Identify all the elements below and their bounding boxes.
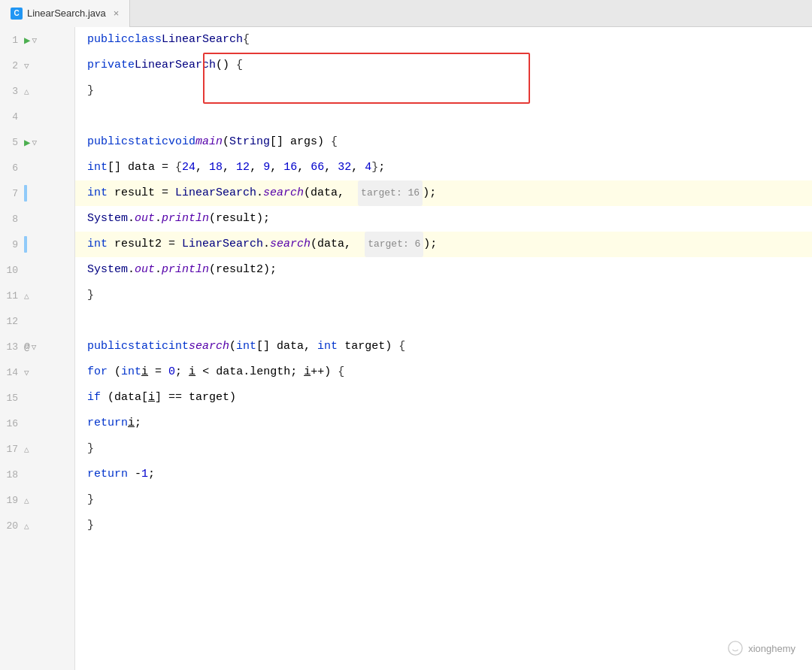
code-line-12: [75, 308, 812, 334]
fold-icon[interactable]: ▽: [32, 138, 37, 147]
gutter-icons-11: △: [24, 291, 66, 301]
line-number-10: 10: [0, 265, 24, 276]
gutter-icons-2: ▽: [24, 61, 66, 71]
gutter-icons-3: △: [24, 86, 66, 96]
line-number-12: 12: [0, 316, 24, 327]
tab-close-button[interactable]: ×: [114, 8, 120, 19]
gutter-icons-1: ▶▽: [24, 34, 66, 47]
code-line-7: int result = LinearSearch.search(data, t…: [75, 180, 812, 206]
fold-icon[interactable]: ▽: [24, 61, 29, 71]
gutter-icons-17: △: [24, 444, 66, 454]
gutter-row-4: 4: [0, 104, 74, 129]
code-line-5: public static void main(String[] args) {: [75, 129, 812, 155]
line-number-9: 9: [0, 239, 24, 250]
debug-bar: [24, 236, 27, 253]
code-line-20: }: [75, 513, 812, 538]
editor: 1▶▽2▽3△45▶▽67891011△1213@▽14▽151617△1819…: [0, 27, 812, 670]
fold-end-icon[interactable]: △: [24, 496, 29, 505]
gutter-icons-19: △: [24, 496, 66, 505]
code-line-18: return -1;: [75, 462, 812, 487]
watermark-text: xionghemy: [748, 643, 795, 654]
code-line-16: return i;: [75, 411, 812, 436]
line-number-4: 4: [0, 111, 24, 123]
code-line-11: }: [75, 283, 812, 308]
fold-icon[interactable]: ▽: [32, 35, 37, 45]
gutter-icons-20: △: [24, 521, 66, 531]
gutter-row-9: 9: [0, 232, 74, 257]
line-number-13: 13: [0, 341, 24, 353]
gutter-row-8: 8: [0, 206, 74, 232]
gutter-row-10: 10: [0, 257, 74, 283]
gutter-row-6: 6: [0, 155, 74, 180]
code-line-13: public static int search(int[] data, int…: [75, 334, 812, 359]
line-number-15: 15: [0, 393, 24, 404]
gutter: 1▶▽2▽3△45▶▽67891011△1213@▽14▽151617△1819…: [0, 27, 75, 670]
gutter-row-14: 14▽: [0, 359, 74, 385]
gutter-row-1: 1▶▽: [0, 27, 74, 53]
code-area[interactable]: public class LinearSearch { private Line…: [75, 27, 812, 670]
line-number-2: 2: [0, 60, 24, 71]
code-line-1: public class LinearSearch {: [75, 27, 812, 53]
line-number-16: 16: [0, 418, 24, 429]
gutter-row-20: 20△: [0, 513, 74, 538]
line-number-19: 19: [0, 495, 24, 506]
annotation-icon: @: [24, 341, 30, 353]
line-number-1: 1: [0, 35, 24, 46]
line-number-8: 8: [0, 214, 24, 225]
code-line-10: System.out.println(result2);: [75, 257, 812, 283]
fold-end-icon[interactable]: △: [24, 521, 29, 531]
line-number-18: 18: [0, 469, 24, 481]
gutter-row-19: 19△: [0, 487, 74, 513]
gutter-row-18: 18: [0, 462, 74, 487]
gutter-row-15: 15: [0, 385, 74, 411]
watermark: xionghemy: [727, 640, 795, 656]
line-number-6: 6: [0, 162, 24, 174]
tab-bar: C LinearSearch.java ×: [0, 0, 812, 27]
code-line-15: if (data[i] == target): [75, 385, 812, 411]
code-line-4: [75, 104, 812, 129]
run-icon[interactable]: ▶: [24, 136, 30, 149]
java-file-icon: C: [11, 8, 23, 20]
debug-bar: [24, 185, 27, 202]
gutter-icons-7: [24, 185, 66, 202]
code-line-9: int result2 = LinearSearch.search(data, …: [75, 232, 812, 257]
watermark-icon: [727, 640, 744, 656]
fold-end-icon[interactable]: △: [24, 291, 29, 301]
gutter-icons-9: [24, 236, 66, 253]
gutter-icons-14: ▽: [24, 368, 66, 377]
code-line-3: }: [75, 78, 812, 104]
fold-icon[interactable]: ▽: [32, 342, 37, 352]
line-number-17: 17: [0, 444, 24, 455]
gutter-row-5: 5▶▽: [0, 129, 74, 155]
code-line-6: int[] data = {24, 18, 12, 9, 16, 66, 32,…: [75, 155, 812, 180]
gutter-icons-13: @▽: [24, 341, 66, 353]
line-number-14: 14: [0, 367, 24, 378]
line-number-3: 3: [0, 86, 24, 97]
code-line-14: for (int i = 0; i < data.length; i++) {: [75, 359, 812, 385]
gutter-row-16: 16: [0, 411, 74, 436]
line-number-20: 20: [0, 520, 24, 532]
gutter-row-11: 11△: [0, 283, 74, 308]
gutter-row-17: 17△: [0, 436, 74, 462]
line-number-7: 7: [0, 188, 24, 199]
gutter-row-7: 7: [0, 180, 74, 206]
gutter-row-2: 2▽: [0, 53, 74, 78]
code-line-2: private LinearSearch() {: [75, 53, 812, 78]
fold-end-icon[interactable]: △: [24, 86, 29, 96]
tab-filename: LinearSearch.java: [27, 8, 106, 19]
code-line-19: }: [75, 487, 812, 513]
run-icon[interactable]: ▶: [24, 34, 30, 47]
gutter-row-13: 13@▽: [0, 334, 74, 359]
fold-end-icon[interactable]: △: [24, 444, 29, 454]
code-line-17: }: [75, 436, 812, 462]
line-number-11: 11: [0, 290, 24, 302]
gutter-row-3: 3△: [0, 78, 74, 104]
svg-point-0: [729, 641, 742, 655]
code-line-8: System.out.println(result);: [75, 206, 812, 232]
line-number-5: 5: [0, 137, 24, 148]
tab-linearsearch[interactable]: C LinearSearch.java ×: [0, 0, 130, 27]
gutter-row-12: 12: [0, 308, 74, 334]
gutter-icons-5: ▶▽: [24, 136, 66, 149]
fold-icon[interactable]: ▽: [24, 368, 29, 377]
